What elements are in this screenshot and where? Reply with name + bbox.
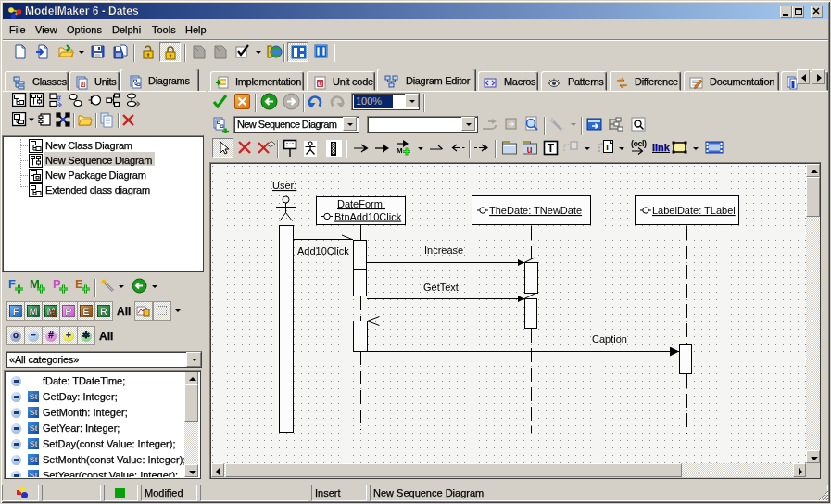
svg-text:#: # <box>57 94 61 103</box>
svg-text:(ocl): (ocl) <box>631 139 647 148</box>
svg-text:Add10Click: Add10Click <box>297 246 349 257</box>
svg-text:GetText: GetText <box>423 282 459 293</box>
svg-text:u: u <box>318 80 322 88</box>
svg-text:M: M <box>397 146 403 155</box>
svg-text:DateForm:: DateForm: <box>337 198 385 209</box>
svg-text:LabelDate: TLabel: LabelDate: TLabel <box>652 205 736 216</box>
svg-text:T: T <box>605 143 611 152</box>
svg-text:F: F <box>8 277 16 291</box>
svg-text:BtnAdd10Click: BtnAdd10Click <box>334 211 402 222</box>
svg-text:TheDate: TNewDate: TheDate: TNewDate <box>489 205 582 216</box>
svg-text:Caption: Caption <box>592 334 627 345</box>
svg-text:T: T <box>548 142 555 155</box>
svg-text:User:: User: <box>272 180 296 191</box>
svg-text:Increase: Increase <box>424 245 463 256</box>
svg-text:u: u <box>81 81 84 87</box>
svg-text:u: u <box>526 145 532 155</box>
